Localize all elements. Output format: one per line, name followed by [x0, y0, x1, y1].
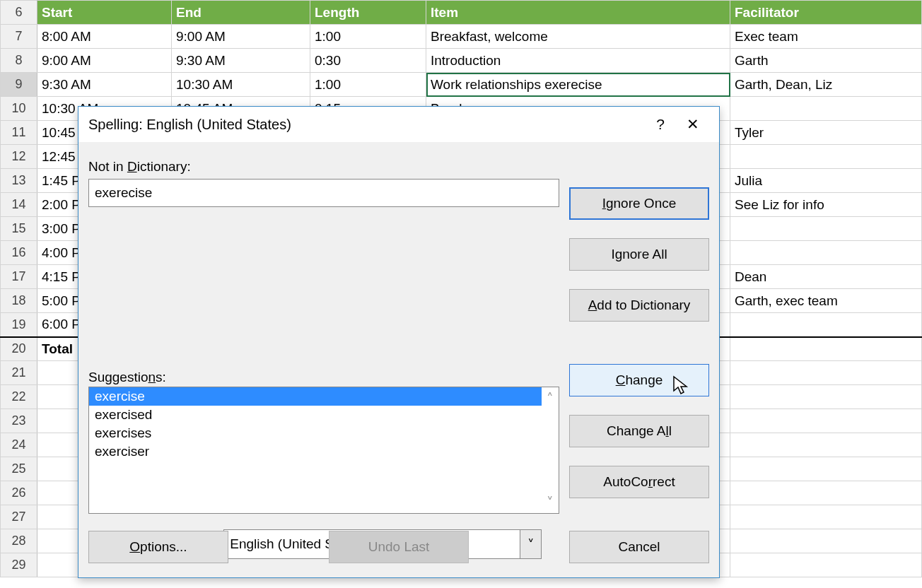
cell[interactable]	[730, 337, 922, 361]
suggestions-list[interactable]: exercise exercised exercises exerciser ˄…	[88, 387, 559, 514]
row-number[interactable]: 16	[1, 241, 37, 265]
close-icon[interactable]: ✕	[677, 110, 709, 139]
scroll-up-icon[interactable]: ˄	[547, 390, 554, 406]
not-in-dictionary-input[interactable]	[88, 179, 559, 207]
cell[interactable]: 8:00 AM	[37, 25, 172, 49]
cancel-button[interactable]: Cancel	[569, 531, 709, 563]
row-number[interactable]: 13	[1, 169, 37, 193]
cell[interactable]: 9:00 AM	[37, 49, 172, 73]
suggestion-item[interactable]: exerciser	[89, 442, 542, 461]
ignore-all-button[interactable]: Ignore All	[569, 238, 709, 271]
dialog-title: Spelling: English (United States)	[88, 117, 291, 133]
col-header-facilitator[interactable]: Facilitator	[730, 1, 922, 25]
cell[interactable]: See Liz for info	[730, 193, 922, 217]
cell[interactable]	[730, 409, 922, 433]
col-header-start[interactable]: Start	[37, 1, 172, 25]
suggestion-item[interactable]: exercised	[89, 406, 542, 424]
col-header-item[interactable]: Item	[426, 1, 730, 25]
suggestion-item[interactable]: exercises	[89, 424, 542, 442]
cell[interactable]: 0:30	[310, 49, 426, 73]
row-number[interactable]: 23	[1, 409, 37, 433]
cell[interactable]: 9:30 AM	[172, 49, 310, 73]
spelling-dialog: Spelling: English (United States) ? ✕ No…	[78, 106, 720, 578]
cell[interactable]: 1:00	[310, 25, 426, 49]
change-all-button[interactable]: Change All	[569, 415, 709, 447]
row-number[interactable]: 27	[1, 505, 37, 529]
row-number[interactable]: 18	[1, 289, 37, 313]
row-number[interactable]: 22	[1, 385, 37, 409]
row-number[interactable]: 6	[1, 1, 37, 25]
row-number[interactable]: 26	[1, 481, 37, 505]
cell[interactable]	[730, 145, 922, 169]
header-row: 6 Start End Length Item Facilitator	[1, 1, 922, 25]
row-number[interactable]: 19	[1, 313, 37, 337]
cell[interactable]	[730, 313, 922, 337]
row-number[interactable]: 28	[1, 529, 37, 553]
cell[interactable]: 10:30 AM	[172, 73, 310, 97]
not-in-dictionary-label: Not in Dictionary:	[88, 159, 709, 175]
cell[interactable]: Garth, exec team	[730, 289, 922, 313]
undo-last-button: Undo Last	[329, 531, 469, 563]
row-number[interactable]: 25	[1, 457, 37, 481]
cell[interactable]: Exec team	[730, 25, 922, 49]
scrollbar[interactable]: ˄ ˅	[542, 387, 559, 513]
add-to-dictionary-button[interactable]: Add to Dictionary	[569, 289, 709, 322]
cell[interactable]	[730, 361, 922, 385]
table-row[interactable]: 7 8:00 AM 9:00 AM 1:00 Breakfast, welcom…	[1, 25, 922, 49]
cell[interactable]	[730, 481, 922, 505]
cell-selected[interactable]: Work relationships exerecise	[426, 73, 730, 97]
cell[interactable]: Tyler	[730, 121, 922, 145]
col-header-end[interactable]: End	[172, 1, 310, 25]
suggestion-item[interactable]: exercise	[89, 387, 542, 406]
cell[interactable]: Breakfast, welcome	[426, 25, 730, 49]
cell[interactable]: 1:00	[310, 73, 426, 97]
ignore-once-button[interactable]: Ignore Once	[569, 187, 709, 220]
col-header-length[interactable]: Length	[310, 1, 426, 25]
row-number[interactable]: 7	[1, 25, 37, 49]
table-row[interactable]: 9 9:30 AM 10:30 AM 1:00 Work relationshi…	[1, 73, 922, 97]
cell[interactable]	[730, 433, 922, 457]
row-number[interactable]: 29	[1, 553, 37, 577]
cell[interactable]	[730, 385, 922, 409]
cell[interactable]	[730, 505, 922, 529]
cell[interactable]: Garth	[730, 49, 922, 73]
row-number[interactable]: 8	[1, 49, 37, 73]
row-number[interactable]: 15	[1, 217, 37, 241]
cell[interactable]	[730, 529, 922, 553]
row-number[interactable]: 17	[1, 265, 37, 289]
suggestions-label: Suggestions:	[88, 370, 166, 385]
cell[interactable]	[730, 217, 922, 241]
cell[interactable]	[730, 457, 922, 481]
cell[interactable]: 9:00 AM	[172, 25, 310, 49]
cell[interactable]	[730, 97, 922, 121]
row-number[interactable]: 24	[1, 433, 37, 457]
help-button[interactable]: ?	[644, 110, 677, 139]
cell[interactable]: Dean	[730, 265, 922, 289]
change-button[interactable]: Change	[569, 364, 709, 396]
cell[interactable]: Julia	[730, 169, 922, 193]
row-number[interactable]: 21	[1, 361, 37, 385]
cell[interactable]	[730, 553, 922, 577]
cell[interactable]	[730, 241, 922, 265]
dialog-titlebar[interactable]: Spelling: English (United States) ? ✕	[78, 107, 719, 142]
autocorrect-button[interactable]: AutoCorrect	[569, 466, 709, 498]
row-number[interactable]: 12	[1, 145, 37, 169]
row-number[interactable]: 10	[1, 97, 37, 121]
row-number[interactable]: 14	[1, 193, 37, 217]
cell[interactable]: 9:30 AM	[37, 73, 172, 97]
cell[interactable]: Garth, Dean, Liz	[730, 73, 922, 97]
table-row[interactable]: 8 9:00 AM 9:30 AM 0:30 Introduction Gart…	[1, 49, 922, 73]
scroll-down-icon[interactable]: ˅	[547, 494, 554, 510]
cell[interactable]: Introduction	[426, 49, 730, 73]
row-number[interactable]: 11	[1, 121, 37, 145]
row-number[interactable]: 20	[1, 337, 37, 361]
row-number[interactable]: 9	[1, 73, 37, 97]
options-button[interactable]: Options...	[88, 531, 228, 563]
